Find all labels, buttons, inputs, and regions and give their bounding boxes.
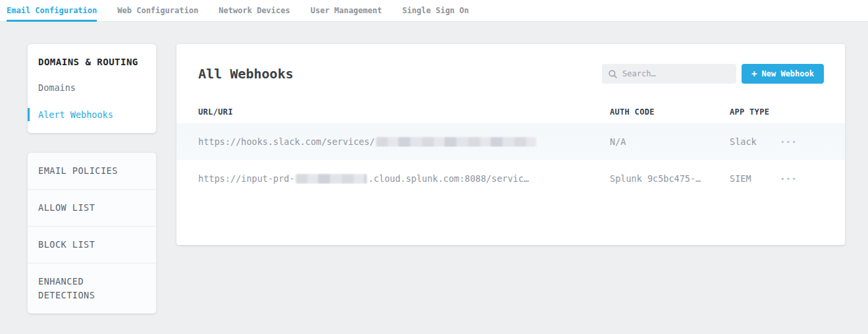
redacted-url-segment bbox=[296, 174, 367, 184]
column-header-url: URL/URI bbox=[198, 107, 610, 117]
new-webhook-button[interactable]: + New Webhook bbox=[742, 64, 824, 84]
sidebar-item-alert-webhooks[interactable]: Alert Webhooks bbox=[28, 108, 156, 121]
row-actions-menu-icon[interactable]: ••• bbox=[780, 175, 823, 183]
tab-email-configuration[interactable]: Email Configuration bbox=[7, 0, 97, 21]
column-header-app-type: APP TYPE bbox=[730, 107, 780, 117]
search-box bbox=[602, 64, 736, 84]
column-header-auth-code: AUTH CODE bbox=[610, 107, 730, 117]
sidebar: DOMAINS & ROUTING Domains Alert Webhooks… bbox=[28, 44, 156, 314]
search-icon bbox=[609, 70, 617, 78]
webhooks-header: All Webhooks + New Webhook bbox=[176, 44, 845, 101]
auth-code-cell: Splunk 9c5bc475-… bbox=[610, 173, 730, 184]
table-row: https://input-prd- .cloud.splunk.com:808… bbox=[176, 160, 845, 197]
auth-code-cell: N/A bbox=[610, 136, 730, 147]
sidebar-item-domains[interactable]: Domains bbox=[26, 81, 156, 94]
top-navigation: Email Configuration Web Configuration Ne… bbox=[0, 0, 868, 22]
webhook-url-cell: https://hooks.slack.com/services/ bbox=[198, 136, 610, 147]
domains-routing-card: DOMAINS & ROUTING Domains Alert Webhooks bbox=[28, 44, 156, 133]
sidebar-item-block-list[interactable]: BLOCK LIST bbox=[28, 226, 156, 263]
webhooks-panel: All Webhooks + New Webhook URL/URI AUTH … bbox=[176, 44, 845, 245]
sidebar-item-allow-list[interactable]: ALLOW LIST bbox=[28, 189, 156, 226]
webhook-url-cell: https://input-prd- .cloud.splunk.com:808… bbox=[198, 173, 610, 184]
webhook-url-prefix: https://input-prd- bbox=[198, 173, 294, 184]
app-type-cell: Slack bbox=[730, 136, 780, 147]
search-input[interactable] bbox=[622, 69, 730, 78]
domains-routing-title: DOMAINS & ROUTING bbox=[28, 57, 156, 67]
policies-card: EMAIL POLICIES ALLOW LIST BLOCK LIST ENH… bbox=[28, 153, 156, 314]
sidebar-item-email-policies[interactable]: EMAIL POLICIES bbox=[28, 153, 156, 189]
tab-web-configuration[interactable]: Web Configuration bbox=[117, 0, 198, 21]
tab-single-sign-on[interactable]: Single Sign On bbox=[402, 0, 469, 21]
tab-network-devices[interactable]: Network Devices bbox=[219, 0, 290, 21]
new-webhook-button-label: New Webhook bbox=[762, 69, 814, 78]
redacted-url-segment bbox=[376, 137, 536, 147]
sidebar-item-enhanced-detections[interactable]: ENHANCED DETECTIONS bbox=[28, 263, 156, 314]
plus-icon: + bbox=[751, 69, 757, 78]
page-title: All Webhooks bbox=[198, 66, 602, 82]
webhook-url-suffix: .cloud.splunk.com:8088/servic… bbox=[368, 173, 529, 184]
page-body: DOMAINS & ROUTING Domains Alert Webhooks… bbox=[0, 22, 868, 314]
webhook-url-prefix: https://hooks.slack.com/services/ bbox=[198, 136, 375, 147]
table-header-row: URL/URI AUTH CODE APP TYPE bbox=[176, 101, 845, 123]
app-type-cell: SIEM bbox=[730, 173, 780, 184]
tab-user-management[interactable]: User Management bbox=[310, 0, 381, 21]
table-row: https://hooks.slack.com/services/ N/A Sl… bbox=[176, 123, 845, 160]
row-actions-menu-icon[interactable]: ••• bbox=[780, 138, 823, 146]
